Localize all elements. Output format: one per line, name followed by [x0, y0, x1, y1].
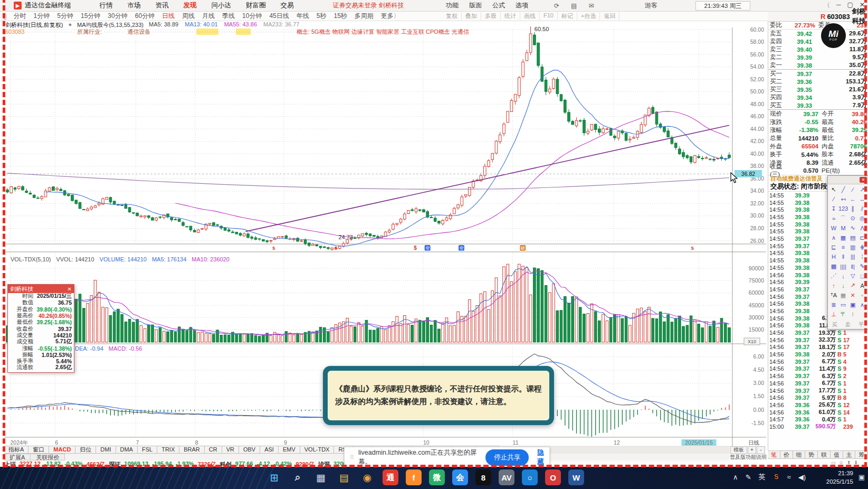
drawing-tool-icon[interactable]: ≈ [829, 214, 838, 223]
drawing-tool-icon[interactable]: ◎ [857, 214, 867, 223]
menu-公式[interactable]: 公式 [492, 1, 505, 10]
tray-icon[interactable]: Ｓ [773, 472, 780, 482]
toolbar-button-F10[interactable]: F10 [540, 12, 558, 20]
panel-tab-值[interactable]: 值 [831, 450, 843, 459]
period-日线[interactable]: 日线 [162, 12, 175, 21]
drawing-tool-icon[interactable]: ▣ [848, 300, 857, 309]
drawing-tool-icon[interactable]: ⋕ [857, 242, 867, 252]
taskbar-icon-explorer[interactable]: ▤ [336, 469, 352, 485]
drawing-tool-icon[interactable]: A [857, 281, 867, 290]
toolbar-button-返回[interactable]: 返回 [600, 12, 619, 20]
taskbar-icon-firefox[interactable]: f [406, 469, 422, 485]
toolbar-button-复权[interactable]: 复权 [442, 12, 462, 20]
period-45日线[interactable]: 45日线 [269, 12, 289, 21]
menu-财富圈[interactable]: 财富圈 [246, 1, 266, 10]
drawing-tool-icon[interactable]: ↗ [848, 281, 857, 290]
taskbar-icon-chrome[interactable]: ◉ [359, 469, 375, 485]
drawing-tool-icon[interactable]: ↔ [857, 194, 867, 204]
indicator-tab-归位[interactable]: 归位 [75, 446, 96, 454]
drawing-tool-icon[interactable]: Λ [857, 223, 867, 233]
stop-share-button[interactable]: 停止共享 [485, 449, 529, 466]
drawing-tool-icon[interactable]: ⊙ [848, 214, 857, 223]
drawing-tool-icon[interactable]: W [829, 223, 838, 233]
drawing-tool-icon[interactable]: ‖| [848, 262, 857, 271]
indicator-tab-BRAR[interactable]: BRAR [179, 446, 205, 454]
period-年线[interactable]: 年线 [297, 12, 309, 21]
drawing-tool-icon[interactable]: ⋰ [829, 271, 838, 281]
menu-功能[interactable]: 功能 [446, 1, 459, 10]
period-5分钟[interactable]: 5分钟 [57, 12, 73, 21]
panel-mini-icon[interactable]: ⬆ [847, 460, 851, 466]
indicator-tab-VR[interactable]: VR [222, 446, 239, 454]
taskbar-icon-media-ball[interactable]: 8 [475, 469, 491, 485]
tray-icon[interactable]: ◀) [798, 473, 806, 481]
period-分时[interactable]: 分时 [14, 12, 26, 21]
drawing-tool-icon[interactable]: ⊥ [829, 309, 838, 319]
drawing-tool-icon[interactable]: ⁝ [848, 309, 857, 319]
toolbar-icon[interactable]: ✉ [588, 2, 594, 10]
drawing-tool-icon[interactable]: ← [848, 194, 857, 204]
indicator-tab-OBV[interactable]: OBV [239, 446, 260, 454]
drawing-tool-icon[interactable]: ✎ [857, 262, 867, 271]
drawing-tool-icon[interactable] [857, 309, 867, 319]
drawing-tool-icon[interactable]: Η [829, 252, 838, 261]
drawing-tool-icon[interactable]: ✕ [848, 290, 857, 300]
taskbar-icon-word[interactable]: W [568, 469, 584, 485]
window-control-icon[interactable]: ─ [836, 1, 841, 10]
drawing-tool-icon[interactable]: ∥ [848, 204, 857, 213]
tray-icon[interactable]: ≈ [787, 473, 791, 481]
indicator-tab-ASI[interactable]: ASI [260, 446, 279, 454]
template-button[interactable]: 模板 [730, 446, 747, 454]
panel-tab-笔[interactable]: 笔 [768, 450, 780, 459]
toolbar-button-画线[interactable]: 画线 [520, 12, 540, 20]
drawing-tool-icon[interactable]: ▤ [848, 233, 857, 242]
industry-label[interactable]: 所属行业: [77, 29, 102, 35]
popup-titlebar[interactable]: 剑桥科技 ✕ [8, 285, 74, 293]
taskbar-icon-tdx[interactable]: 通 [383, 469, 398, 485]
close-icon[interactable]: ✕ [860, 177, 867, 183]
chart-mode-icon[interactable]: ▯ [3, 13, 7, 20]
sub-tab-扩展A[interactable]: 扩展A [4, 454, 31, 460]
drawing-tool-icon[interactable]: ▽ [848, 271, 857, 281]
tray-icon[interactable]: ✎ [746, 473, 751, 481]
period-15秒[interactable]: 15秒 [333, 12, 347, 21]
taskbar-icon-task-view[interactable]: ▦ [313, 469, 329, 485]
concept-list[interactable]: 5G概念 物联网 边缘计算 智能家居 工业互联 CPO概念 光通信 [311, 29, 469, 35]
drawing-tool-icon[interactable]: ╱ [838, 185, 848, 194]
panel-tab-联[interactable]: 联 [818, 450, 831, 459]
drawing-tool-icon[interactable]: 〒 [838, 309, 848, 319]
drawing-tool-icon[interactable]: ∧ [857, 300, 867, 309]
period-周线[interactable]: 周线 [182, 12, 195, 21]
drawing-tool-icon[interactable]: ↑ [829, 281, 838, 290]
period-15分钟[interactable]: 15分钟 [81, 12, 100, 21]
indicator-tab-指标A[interactable]: 指标A [4, 446, 28, 454]
drawing-tool-icon[interactable]: ↗ [857, 185, 867, 194]
palette-footer-买[interactable]: 买 [832, 321, 837, 328]
indicator-tab-EMV[interactable]: EMV [279, 446, 300, 454]
drawing-tool-icon[interactable]: ⊏ [857, 233, 867, 242]
period-更多〉[interactable]: 更多〉 [381, 12, 400, 21]
menu-发现[interactable]: 发现 [184, 1, 197, 10]
menu-版面[interactable]: 版面 [469, 1, 482, 10]
drawing-tool-icon[interactable]: ‖ [838, 252, 848, 261]
indicator-name[interactable]: MA均线股今(5,13,55,233) [77, 21, 144, 28]
panel-tab-势[interactable]: 势 [805, 450, 818, 459]
taskbar-icon-wechat[interactable]: 微 [429, 469, 445, 485]
toolbar-button-统计[interactable]: 统计 [501, 12, 520, 20]
drawing-tool-icon[interactable]: ∿ [848, 223, 857, 233]
panel-mini-icon[interactable]: ⬇ [854, 460, 858, 466]
period-多周期[interactable]: 多周期 [355, 12, 374, 21]
industry-value[interactable]: 通信设备 [127, 29, 150, 35]
guest-label[interactable]: 游客 [645, 1, 657, 10]
drawing-tool-icon[interactable]: ↧ [829, 204, 838, 213]
drawing-tools-palette[interactable]: ✕ ↖╱∕↗⁄↤←↔↧123∥⫽≈⌒⊙◎WM∿Λ∧▦▤⊏⊑≡▥⋕Η‖|||⁞▩|… [827, 175, 868, 330]
period-季线[interactable]: 季线 [222, 12, 235, 21]
indicator-tab-FSL[interactable]: FSL [138, 446, 157, 454]
indicator-tab-MACD[interactable]: MACD [49, 446, 75, 454]
drawing-tool-icon[interactable]: ▭ [838, 300, 848, 309]
drawing-tool-icon[interactable]: ⁞ [857, 252, 867, 261]
period-月线[interactable]: 月线 [202, 12, 215, 21]
panel-tab-价[interactable]: 价 [780, 450, 793, 459]
taskbar-icon-search[interactable]: ⌕ [290, 469, 306, 485]
indicator-tab-窗口[interactable]: 窗口 [28, 446, 49, 454]
